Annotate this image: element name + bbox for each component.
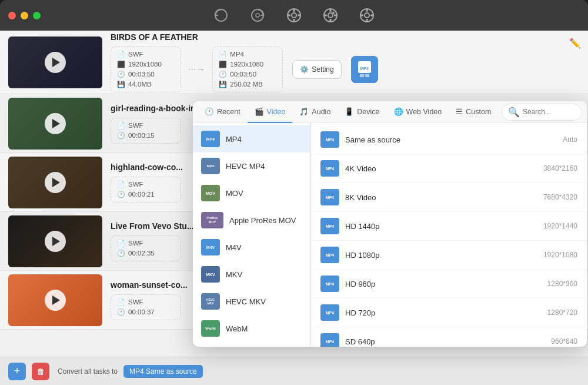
- play-button[interactable]: [45, 113, 66, 134]
- quality-item-hd-960p[interactable]: MP4 HD 960p 1280*960: [311, 270, 587, 298]
- convert-label: Convert all tasks to: [58, 367, 118, 376]
- quality-label: SD 640p: [345, 337, 519, 346]
- quality-label: HD 1440p: [345, 222, 519, 231]
- tab-video[interactable]: 🎬 Video: [248, 101, 293, 123]
- quality-item-4k[interactable]: MP4 4K Video 3840*2160: [311, 154, 587, 183]
- format-item-mp4[interactable]: MP4 MP4: [193, 125, 310, 152]
- thumbnail: [8, 36, 102, 88]
- format-badge-m4v: M4V: [201, 239, 220, 255]
- thumbnail: [8, 274, 102, 326]
- target-meta: 📄 MP4 ⬛ 1920x1080 🕐 00:03:50 💾: [212, 47, 283, 92]
- web-icon: 🌐: [394, 107, 403, 116]
- rotate-left-icon[interactable]: [211, 5, 231, 25]
- quality-item-hd-1440p[interactable]: MP4 HD 1440p 1920*1440: [311, 212, 587, 241]
- svg-rect-19: [366, 9, 368, 12]
- minimize-button[interactable]: [21, 12, 28, 19]
- format-label: MKV: [226, 270, 242, 279]
- source-meta: 📄 SWF 🕐 00:00:21: [111, 177, 181, 203]
- format-label: M4V: [226, 243, 242, 252]
- title-bar: [0, 0, 588, 31]
- source-format: SWF: [128, 181, 143, 188]
- quality-resolution: 960*640: [524, 337, 577, 346]
- format-item-mkv[interactable]: MKV MKV: [193, 261, 310, 288]
- tab-audio[interactable]: 🎵 Audio: [292, 101, 338, 123]
- dropdown-tabs: 🕐 Recent 🎬 Video 🎵 Audio 📱 Device 🌐 Web …: [193, 101, 587, 123]
- source-duration: 00:00:15: [128, 132, 155, 139]
- search-box[interactable]: 🔍: [502, 104, 582, 121]
- convert-format[interactable]: MP4 Same as source: [123, 365, 203, 378]
- add-file-button[interactable]: +: [8, 363, 26, 380]
- format-label: HEVC MP4: [226, 162, 265, 171]
- format-badge-webm: WebM: [201, 320, 220, 337]
- badge-text: MOV: [206, 191, 215, 195]
- dropdown-body: MP4 MP4 MP4 HEVC MP4 MOV MOV ProResMOV: [193, 123, 587, 347]
- setting-button[interactable]: ⚙️ Setting: [292, 60, 341, 79]
- format-item-hevc-mkv[interactable]: HEVCMKV HEVC MKV: [193, 288, 310, 315]
- quality-label: HD 1080p: [345, 251, 519, 260]
- cut-film-icon[interactable]: [357, 5, 377, 25]
- device-icon: 📱: [345, 107, 354, 116]
- quality-item-hd-1080p[interactable]: MP4 HD 1080p 1920*1080: [311, 241, 587, 270]
- svg-rect-11: [324, 15, 327, 16]
- source-duration: 00:00:37: [128, 308, 155, 316]
- close-button[interactable]: [8, 12, 16, 19]
- file-icon: 📄: [117, 181, 125, 188]
- format-item-webm[interactable]: WebM WebM: [193, 315, 310, 342]
- tab-web-video[interactable]: 🌐 Web Video: [387, 101, 449, 123]
- format-item-hevc-mp4[interactable]: MP4 HEVC MP4: [193, 152, 310, 180]
- format-badge-prores: ProResMOV: [201, 212, 223, 228]
- maximize-button[interactable]: [33, 12, 41, 19]
- format-item-mov[interactable]: MOV MOV: [193, 180, 310, 207]
- quality-item-sd-640p[interactable]: MP4 SD 640p 960*640: [311, 327, 587, 347]
- quality-item-8k[interactable]: MP4 8K Video 7680*4320: [311, 183, 587, 212]
- delete-button[interactable]: 🗑: [32, 363, 49, 380]
- thumbnail: [8, 157, 102, 208]
- target-dur-line: 🕐 00:03:50: [219, 71, 276, 78]
- format-item-avi[interactable]: AVI AVI: [193, 342, 310, 347]
- file-item: BIRDS OF A FEATHER 📄 SWF ⬛ 1920x1080 🕐: [0, 31, 588, 94]
- file-icon: 📄: [117, 122, 125, 130]
- target-resolution: 1920x1080: [230, 61, 263, 68]
- badge-text: ProResMOV: [206, 216, 218, 224]
- search-input[interactable]: [523, 108, 576, 116]
- format-item-m4v[interactable]: M4V M4V: [193, 234, 310, 261]
- tab-custom[interactable]: ☰ Custom: [449, 101, 498, 123]
- video-icon: 🎬: [255, 107, 264, 116]
- edit-icon[interactable]: ✏️: [569, 38, 581, 49]
- quality-label: HD 960p: [345, 280, 519, 288]
- source-resolution: 1920x1080: [128, 61, 162, 68]
- svg-rect-7: [293, 9, 295, 12]
- tab-recent[interactable]: 🕐 Recent: [198, 101, 248, 123]
- quality-resolution: 1920*1080: [524, 251, 577, 259]
- badge-text: WebM: [205, 327, 216, 330]
- source-format-line: 📄 SWF: [117, 181, 175, 188]
- svg-point-10: [328, 13, 333, 18]
- tab-device[interactable]: 📱 Device: [338, 101, 386, 123]
- format-badge-hevc-mp4: MP4: [201, 158, 220, 174]
- target-size: 250.02 MB: [230, 81, 263, 88]
- play-button[interactable]: [45, 231, 66, 252]
- search-icon: 🔍: [508, 107, 520, 118]
- svg-point-2: [256, 14, 259, 17]
- play-button[interactable]: [45, 52, 66, 73]
- sparkle-film-icon[interactable]: [320, 5, 340, 25]
- quality-item-hd-720p[interactable]: MP4 HD 720p 1280*720: [311, 298, 587, 327]
- refresh-icon[interactable]: [248, 5, 268, 25]
- format-item-prores[interactable]: ProResMOV Apple ProRes MOV: [193, 207, 310, 234]
- play-button[interactable]: [45, 290, 66, 311]
- film-icon[interactable]: [284, 5, 304, 25]
- thumbnail: [8, 98, 102, 150]
- size-icon: 💾: [117, 81, 125, 88]
- badge-text: MP4: [206, 137, 215, 141]
- size-icon: 💾: [219, 81, 227, 88]
- quality-item-same-as-source[interactable]: MP4 Same as source Auto: [311, 125, 587, 154]
- source-duration: 00:00:21: [128, 191, 155, 198]
- target-format-line: 📄 MP4: [219, 51, 276, 58]
- target-size-line: 💾 250.02 MB: [219, 81, 276, 88]
- format-label: MOV: [226, 189, 243, 198]
- play-button[interactable]: [45, 172, 66, 193]
- source-meta: 📄 SWF 🕐 00:02:35: [111, 235, 181, 261]
- svg-rect-6: [298, 15, 300, 16]
- format-badge-mkv: MKV: [201, 266, 220, 283]
- clock-icon: 🕐: [219, 71, 227, 78]
